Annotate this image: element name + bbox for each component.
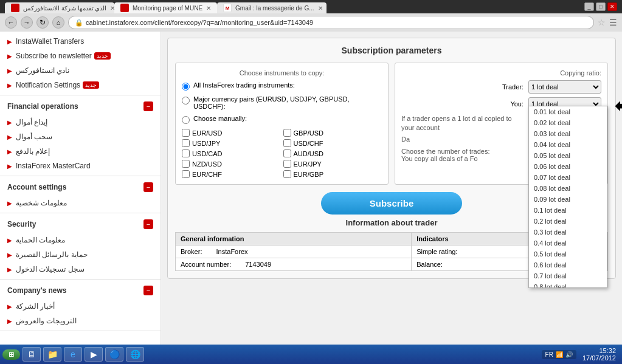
dropdown-item-07[interactable]: 0.7 lot deal bbox=[529, 270, 607, 281]
sidebar-item-club[interactable]: ▶ نادي انستافوركس bbox=[0, 63, 161, 78]
tab-strip: الذي تقدمها شركة الانستافوركس ✕ Monitori… bbox=[5, 0, 579, 13]
sidebar-item-deposit[interactable]: ▶ إيداع أموال bbox=[0, 115, 161, 129]
dropdown-item-007[interactable]: 0.07 lot deal bbox=[529, 172, 607, 183]
dropdown-item-03[interactable]: 0.3 lot deal bbox=[529, 227, 607, 238]
taskbar-btn-5[interactable]: 🔵 bbox=[105, 347, 123, 362]
dropdown-item-006[interactable]: 0.06 lot deal bbox=[529, 161, 607, 172]
arrow-icon-10: ▶ bbox=[7, 237, 12, 244]
refresh-btn[interactable]: ↻ bbox=[36, 16, 49, 29]
sidebar-item-mastercard[interactable]: ▶ InstaForex MasterCard bbox=[0, 159, 161, 173]
sidebar-item-payment[interactable]: ▶ إعلام بالدفع bbox=[0, 144, 161, 159]
radio-manual-label: Choose manually: bbox=[193, 115, 247, 122]
lot-dropdown[interactable]: 0.01 lot deal 0.02 lot deal 0.03 lot dea… bbox=[528, 106, 607, 288]
collapse-news-btn[interactable]: − bbox=[143, 286, 153, 295]
forward-btn[interactable]: → bbox=[21, 16, 33, 29]
taskbar-btn-1[interactable]: 🖥 bbox=[22, 347, 41, 362]
sidebar-item-notifications[interactable]: ▶ Notification Settings جديد bbox=[0, 78, 161, 92]
tab-instaforex[interactable]: الذي تقدمها شركة الانستافوركس ✕ bbox=[5, 2, 114, 13]
home-btn[interactable]: ⌂ bbox=[52, 16, 64, 29]
sidebar-label-mastercard: InstaForex MasterCard bbox=[16, 162, 91, 170]
dropdown-item-04[interactable]: 0.4 lot deal bbox=[529, 238, 607, 249]
sidebar-financial-header[interactable]: Financial operations − bbox=[0, 98, 161, 115]
windows-icon: ⊞ bbox=[9, 351, 14, 359]
sidebar-item-withdraw[interactable]: ▶ سحب أموال bbox=[0, 129, 161, 144]
sidebar-label-withdraw: سحب أموال bbox=[16, 132, 52, 141]
sidebar-item-logins[interactable]: ▶ سجل تسجيلات الدخول bbox=[0, 262, 161, 276]
sidebar-item-newsletter[interactable]: ▶ Subscribe to newsletter جديد bbox=[0, 49, 161, 63]
maximize-btn[interactable]: □ bbox=[596, 2, 606, 11]
dropdown-item-02[interactable]: 0.2 lot deal bbox=[529, 216, 607, 227]
label-gbpusd: GBP/USD bbox=[294, 129, 324, 137]
sidebar-security-header[interactable]: Security − bbox=[0, 216, 161, 233]
check-usdchf[interactable] bbox=[283, 139, 291, 147]
tab-close-gmail[interactable]: ✕ bbox=[318, 5, 323, 12]
collapse-financial-btn[interactable]: − bbox=[143, 101, 153, 111]
check-usdcad[interactable] bbox=[182, 149, 190, 157]
back-btn[interactable]: ← bbox=[5, 16, 17, 29]
check-eurusd[interactable] bbox=[182, 129, 190, 137]
dropdown-item-004[interactable]: 0.04 lot deal bbox=[529, 139, 607, 150]
collapse-account-btn[interactable]: − bbox=[143, 182, 153, 192]
sidebar-item-promotions[interactable]: ▶ الترويجات والعروض bbox=[0, 314, 161, 328]
sidebar-item-instawallet[interactable]: ▶ InstaWallet Transfers bbox=[0, 34, 161, 49]
sidebar-news-header[interactable]: Company's news − bbox=[0, 282, 161, 299]
trader-lot-select[interactable]: 1 lot deal bbox=[528, 80, 601, 94]
bookmark-star-icon[interactable]: ☆ bbox=[598, 18, 606, 27]
sidebar-label-protection: معلومات الحماية bbox=[16, 236, 65, 244]
check-usdjpy[interactable] bbox=[182, 139, 190, 147]
dropdown-item-05[interactable]: 0.5 lot deal bbox=[529, 249, 607, 259]
tab-label-gmail: Gmail : la messagerie de G... bbox=[235, 5, 314, 12]
check-audusd[interactable] bbox=[283, 149, 291, 157]
subscription-panel: Subscription parameters Choose instrumen… bbox=[167, 38, 616, 279]
sidebar-item-sms[interactable]: ▶ حماية بالرسائل القصيرة bbox=[0, 247, 161, 262]
check-eurgbp[interactable] bbox=[283, 170, 291, 178]
notifications-badge: جديد bbox=[83, 81, 99, 89]
taskbar-btn-4[interactable]: ▶ bbox=[85, 347, 103, 362]
minimize-btn[interactable]: _ bbox=[584, 2, 594, 11]
radio-row-manual: Choose manually: bbox=[182, 115, 382, 124]
radio-manual[interactable] bbox=[182, 116, 190, 124]
dropdown-item-002[interactable]: 0.02 lot deal bbox=[529, 117, 607, 128]
sidebar-item-company-news[interactable]: ▶ أخبار الشركة bbox=[0, 299, 161, 314]
dropdown-item-001[interactable]: 0.01 lot deal bbox=[529, 106, 607, 117]
sidebar-item-personal[interactable]: ▶ معلومات شخصية bbox=[0, 196, 161, 210]
tab-close-instaforex[interactable]: ✕ bbox=[110, 5, 114, 12]
general-info-header: General information bbox=[176, 233, 412, 246]
close-btn[interactable]: ✕ bbox=[607, 2, 617, 11]
settings-icon[interactable]: ☰ bbox=[609, 18, 617, 27]
check-gbpusd[interactable] bbox=[283, 129, 291, 137]
dropdown-item-005[interactable]: 0.05 lot deal bbox=[529, 150, 607, 161]
dropdown-item-009[interactable]: 0.09 lot deal bbox=[529, 194, 607, 205]
dropdown-item-08[interactable]: 0.8 lot deal bbox=[529, 281, 607, 288]
tab-gmail[interactable]: M Gmail : la messagerie de G... ✕ bbox=[217, 2, 327, 13]
sidebar-account-header[interactable]: Account settings − bbox=[0, 179, 161, 196]
radio-major[interactable] bbox=[182, 97, 190, 105]
sidebar-label-company-news: أخبار الشركة bbox=[16, 302, 55, 311]
dropdown-item-003[interactable]: 0.03 lot deal bbox=[529, 128, 607, 139]
dropdown-item-06[interactable]: 0.6 lot deal bbox=[529, 259, 607, 270]
lock-icon: 🔒 bbox=[75, 19, 83, 27]
label-eurgbp: EUR/GBP bbox=[294, 171, 324, 178]
taskbar-btn-3[interactable]: e bbox=[64, 347, 82, 362]
taskbar-btn-6[interactable]: 🌐 bbox=[126, 347, 144, 362]
dropdown-item-01[interactable]: 0.1 lot deal bbox=[529, 205, 607, 216]
address-bar[interactable]: 🔒 cabinet.instaforex.com/client/forexcop… bbox=[68, 16, 594, 29]
label-usdchf: USD/CHF bbox=[294, 140, 323, 147]
dropdown-item-008[interactable]: 0.08 lot deal bbox=[529, 183, 607, 194]
sidebar-item-protection[interactable]: ▶ معلومات الحماية bbox=[0, 233, 161, 247]
radio-all-label: All InstaForex trading instruments: bbox=[193, 81, 295, 89]
subscribe-button[interactable]: Subscribe bbox=[321, 192, 463, 215]
collapse-security-btn[interactable]: − bbox=[143, 219, 153, 229]
check-eurchf[interactable] bbox=[182, 170, 190, 178]
tab-monitoring[interactable]: Monitoring page of MUNE ✕ bbox=[114, 2, 217, 13]
simple-rating-label: Simple rating: bbox=[416, 248, 457, 255]
start-button[interactable]: ⊞ bbox=[2, 349, 20, 360]
check-eurjpy[interactable] bbox=[283, 160, 291, 168]
taskbar-btn-2[interactable]: 📁 bbox=[43, 347, 61, 362]
window-controls: _ □ ✕ bbox=[584, 2, 617, 11]
tab-close-monitoring[interactable]: ✕ bbox=[206, 5, 211, 12]
check-nzdusd[interactable] bbox=[182, 160, 190, 168]
radio-all[interactable] bbox=[182, 83, 190, 91]
newsletter-badge: جديد bbox=[94, 52, 111, 60]
title-bar: الذي تقدمها شركة الانستافوركس ✕ Monitori… bbox=[0, 0, 622, 13]
